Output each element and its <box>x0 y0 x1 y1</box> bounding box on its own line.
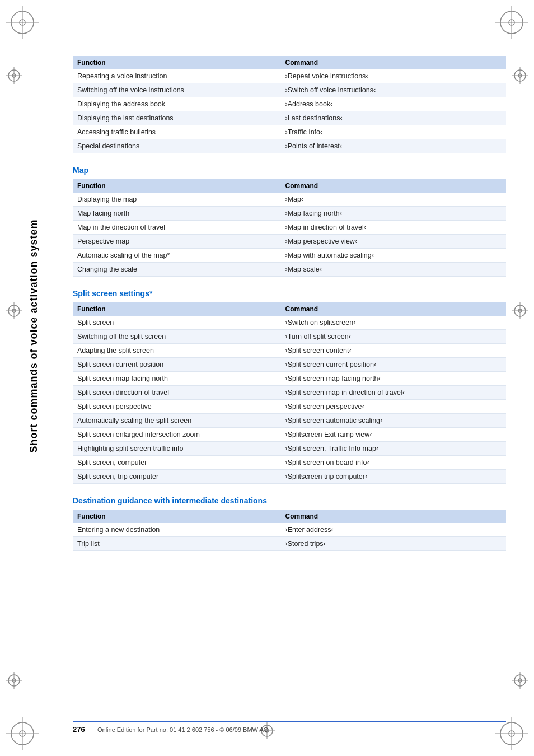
command-cell: ›Repeat voice instructions‹ <box>281 69 506 83</box>
command-cell: ›Split screen automatic scaling‹ <box>281 414 506 428</box>
table-top: Function Command Repeating a voice instr… <box>73 56 506 153</box>
section-heading-destination: Destination guidance with intermediate d… <box>73 496 506 505</box>
function-cell: Special destinations <box>73 139 281 153</box>
table-row: Map in the direction of travel›Map in di… <box>73 221 506 235</box>
table-row: Changing the scale›Map scale‹ <box>73 263 506 277</box>
side-mark-right-mid <box>512 302 528 319</box>
footer-text: Online Edition for Part no. 01 41 2 602 … <box>97 726 268 733</box>
command-cell: ›Split screen on board info‹ <box>281 456 506 470</box>
col-command-header-map: Command <box>281 179 506 193</box>
table-row: Split screen, trip computer›Splitscreen … <box>73 470 506 484</box>
table-destination: Function Command Entering a new destinat… <box>73 510 506 551</box>
table-row: Displaying the address book›Address book… <box>73 97 506 111</box>
function-cell: Map in the direction of travel <box>73 221 281 235</box>
command-cell: ›Split screen map in direction of travel… <box>281 386 506 400</box>
function-cell: Automatically scaling the split screen <box>73 414 281 428</box>
function-cell: Automatic scaling of the map* <box>73 249 281 263</box>
function-cell: Displaying the map <box>73 193 281 207</box>
section-heading-split: Split screen settings* <box>73 289 506 298</box>
table-row: Accessing traffic bulletins›Traffic Info… <box>73 125 506 139</box>
table-map-body: Displaying the map›Map‹Map facing north›… <box>73 193 506 277</box>
side-mark-right-bot <box>512 672 528 689</box>
table-row: Displaying the last destinations›Last de… <box>73 111 506 125</box>
col-function-header-split: Function <box>73 302 281 316</box>
table-row: Split screen perspective›Split screen pe… <box>73 400 506 414</box>
function-cell: Split screen, trip computer <box>73 470 281 484</box>
table-row: Split screen›Switch on splitscreen‹ <box>73 316 506 330</box>
table-row: Switching off the voice instructions›Swi… <box>73 83 506 97</box>
table-split-body: Split screen›Switch on splitscreen‹Switc… <box>73 316 506 484</box>
function-cell: Split screen map facing north <box>73 372 281 386</box>
page-number: 276 <box>73 725 90 734</box>
col-command-header: Command <box>281 56 506 69</box>
function-cell: Switching off the voice instructions <box>73 83 281 97</box>
col-function-header-dest: Function <box>73 510 281 523</box>
table-row: Split screen enlarged intersection zoom›… <box>73 428 506 442</box>
function-cell: Split screen perspective <box>73 400 281 414</box>
side-mark-left-top <box>6 67 22 84</box>
col-command-header-split: Command <box>281 302 506 316</box>
function-cell: Split screen <box>73 316 281 330</box>
function-cell: Perspective map <box>73 235 281 249</box>
function-cell: Split screen current position <box>73 358 281 372</box>
function-cell: Switching off the split screen <box>73 330 281 344</box>
function-cell: Split screen, computer <box>73 456 281 470</box>
command-cell: ›Map in direction of travel‹ <box>281 221 506 235</box>
command-cell: ›Points of interest‹ <box>281 139 506 153</box>
function-cell: Accessing traffic bulletins <box>73 125 281 139</box>
command-cell: ›Enter address‹ <box>281 523 506 537</box>
col-command-header-dest: Command <box>281 510 506 523</box>
sidebar-title: Short commands of voice activation syste… <box>28 219 40 452</box>
function-cell: Displaying the address book <box>73 97 281 111</box>
command-cell: ›Last destinations‹ <box>281 111 506 125</box>
table-top-header: Function Command <box>73 56 506 69</box>
table-destination-header: Function Command <box>73 510 506 523</box>
command-cell: ›Turn off split screen‹ <box>281 330 506 344</box>
command-cell: ›Switch on splitscreen‹ <box>281 316 506 330</box>
command-cell: ›Split screen content‹ <box>281 344 506 358</box>
side-mark-left-bot <box>6 672 22 689</box>
table-row: Map facing north›Map facing north‹ <box>73 207 506 221</box>
table-destination-body: Entering a new destination›Enter address… <box>73 523 506 551</box>
command-cell: ›Map perspective view‹ <box>281 235 506 249</box>
function-cell: Displaying the last destinations <box>73 111 281 125</box>
function-cell: Entering a new destination <box>73 523 281 537</box>
function-cell: Adapting the split screen <box>73 344 281 358</box>
corner-decoration-tr <box>495 6 528 39</box>
section-heading-map: Map <box>73 166 506 175</box>
table-row: Automatic scaling of the map*›Map with a… <box>73 249 506 263</box>
footer: 276 Online Edition for Part no. 01 41 2 … <box>73 721 506 734</box>
table-row: Switching off the split screen›Turn off … <box>73 330 506 344</box>
command-cell: ›Split screen current position‹ <box>281 358 506 372</box>
function-cell: Trip list <box>73 537 281 551</box>
command-cell: ›Stored trips‹ <box>281 537 506 551</box>
table-top-body: Repeating a voice instruction›Repeat voi… <box>73 69 506 153</box>
command-cell: ›Map with automatic scaling‹ <box>281 249 506 263</box>
table-split: Function Command Split screen›Switch on … <box>73 302 506 484</box>
side-mark-right-top <box>512 67 528 84</box>
table-row: Trip list›Stored trips‹ <box>73 537 506 551</box>
command-cell: ›Map scale‹ <box>281 263 506 277</box>
col-function-header: Function <box>73 56 281 69</box>
command-cell: ›Map‹ <box>281 193 506 207</box>
col-function-header-map: Function <box>73 179 281 193</box>
table-row: Special destinations›Points of interest‹ <box>73 139 506 153</box>
table-row: Split screen map facing north›Split scre… <box>73 372 506 386</box>
function-cell: Map facing north <box>73 207 281 221</box>
table-row: Perspective map›Map perspective view‹ <box>73 235 506 249</box>
command-cell: ›Traffic Info‹ <box>281 125 506 139</box>
command-cell: ›Splitscreen Exit ramp view‹ <box>281 428 506 442</box>
table-row: Automatically scaling the split screen›S… <box>73 414 506 428</box>
table-row: Entering a new destination›Enter address… <box>73 523 506 537</box>
command-cell: ›Split screen, Traffic Info map‹ <box>281 442 506 456</box>
command-cell: ›Map facing north‹ <box>281 207 506 221</box>
main-content: Function Command Repeating a voice instr… <box>73 56 506 700</box>
table-row: Split screen current position›Split scre… <box>73 358 506 372</box>
table-row: Split screen, computer›Split screen on b… <box>73 456 506 470</box>
side-mark-left-mid <box>6 302 22 319</box>
table-split-header: Function Command <box>73 302 506 316</box>
table-row: Displaying the map›Map‹ <box>73 193 506 207</box>
table-row: Split screen direction of travel›Split s… <box>73 386 506 400</box>
table-row: Highlighting split screen traffic info›S… <box>73 442 506 456</box>
command-cell: ›Split screen perspective‹ <box>281 400 506 414</box>
